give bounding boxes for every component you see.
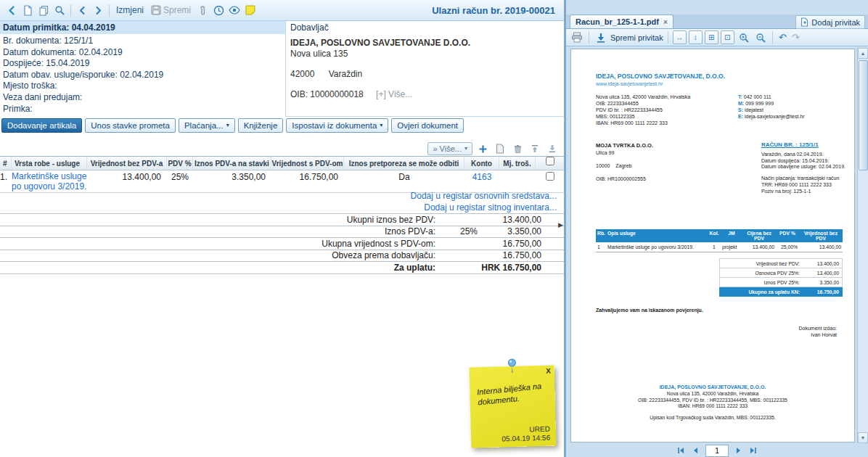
move-bottom-icon[interactable] (545, 141, 560, 156)
add-to-fixed-assets-link[interactable]: Dodaj u registar osnovnih sredstava... (411, 190, 557, 202)
search-icon[interactable] (52, 3, 67, 17)
delete-item-icon[interactable] (510, 141, 525, 156)
scrollbar-down-icon[interactable]: ▼ (858, 432, 868, 443)
pdf-contact-value: 099 999 999 (745, 101, 774, 106)
pdf-total-label: Iznos PDV 25%: (720, 280, 804, 285)
pdf-toolbar: Spremi privitak ↔ ↕ ⊞ ⊡ ↶ ↷ (566, 29, 868, 46)
next-page-icon[interactable] (734, 446, 743, 455)
back-icon[interactable] (4, 3, 19, 17)
save-attachment-label[interactable]: Spremi privitak (610, 33, 663, 42)
item-value-no-vat: 13.400,00 (87, 170, 167, 182)
pdf-th: Kol. (708, 229, 721, 242)
item-name-link[interactable]: Marketinške usluge po ugovoru 3/2019. (12, 170, 87, 192)
spremi-button[interactable]: Spremi (148, 5, 194, 15)
pdf-buyer-oib: OIB: HR10000002555 (596, 176, 653, 183)
add-item-icon[interactable] (475, 141, 490, 156)
pdf-total-row-highlight: Ukupno za uplatu KN: 16.750,00 (719, 287, 843, 297)
total-row: Obveza prema dobavljaču: 16.750,00 (0, 250, 564, 262)
rotate-left-icon[interactable]: ↶ (777, 32, 788, 43)
total-label: Za uplatu: (0, 263, 435, 273)
ispostavi-button[interactable]: Ispostavi iz dokumenta ▾ (286, 118, 388, 133)
field-br-dokumenta: Br. dokumenta: 125/1/1 (3, 36, 163, 47)
supplier-city: Varaždin (329, 69, 362, 79)
pdf-scrollbar[interactable]: ▲ ▼ (857, 48, 868, 443)
izmjeni-button[interactable]: Izmjeni (113, 5, 147, 15)
pdf-footer-company: IDEJA, POSLOVNO SAVJETOVANJE, D.O.O. (571, 384, 854, 391)
scrollbar-thumb[interactable] (859, 60, 868, 170)
attachment-tab[interactable]: Racun_br_125-1-1.pdf × (570, 15, 673, 28)
pdf-website-link[interactable]: www.ideja-savjetovanjetest.hr (596, 81, 663, 86)
copy-document-icon[interactable] (36, 3, 51, 17)
print-icon[interactable] (570, 30, 584, 45)
scrollbar-up-icon[interactable]: ▲ (858, 48, 868, 59)
first-page-icon[interactable] (676, 446, 685, 455)
attachment-icon[interactable] (195, 3, 210, 17)
pdf-invoice-number: RAČUN BR. : 125/1/1 (761, 142, 846, 149)
total-label: Obveza prema dobavljaču: (0, 250, 435, 260)
move-top-icon[interactable] (528, 141, 542, 156)
select-all-checkbox[interactable] (546, 157, 554, 165)
pdf-td: 1 (596, 242, 606, 252)
last-page-icon[interactable] (749, 446, 758, 455)
row-checkbox[interactable] (546, 172, 554, 181)
pdf-table-header: Rb. Opis usluge Kol. JM Cijena bez PDV P… (596, 229, 843, 242)
total-value: 16.750,00 (478, 250, 564, 260)
edit-item-icon[interactable] (493, 141, 507, 156)
note-icon[interactable] (243, 3, 258, 17)
history-icon[interactable] (211, 3, 226, 17)
item-konto-link[interactable]: 4163 (464, 170, 499, 182)
zoom-out-icon[interactable] (753, 30, 768, 45)
fit-page-icon[interactable]: ⊞ (705, 30, 718, 44)
pdf-td: 13.400,00 (742, 242, 776, 252)
pdf-total-label: Vrijednost bez PDV: (720, 261, 804, 266)
pdf-total-row: Osnovica PDV 25%: 13.400,00 (719, 268, 843, 278)
pdf-th: JM (721, 229, 742, 242)
save-attachment-icon[interactable] (594, 30, 608, 45)
new-document-icon[interactable] (20, 3, 35, 17)
ovjeri-dokument-button[interactable]: Ovjeri dokument (391, 118, 464, 133)
header-checkbox-cell (536, 157, 564, 170)
prev-record-icon[interactable] (75, 3, 89, 17)
placanja-button[interactable]: Plaćanja... ▾ (179, 118, 235, 133)
unos-stavke-button[interactable]: Unos stavke prometa (85, 118, 176, 133)
tab-close-icon[interactable]: × (663, 18, 668, 26)
next-record-icon[interactable] (91, 3, 105, 17)
fit-height-icon[interactable]: ↕ (689, 30, 703, 44)
fit-width-icon[interactable]: ↔ (673, 30, 687, 44)
sticky-note[interactable]: X Interna bilješka na dokumentu. URED 05… (470, 365, 557, 448)
caret-down-icon: ▾ (464, 146, 467, 152)
page-number-input[interactable] (705, 445, 729, 457)
zoom-in-icon[interactable] (737, 30, 751, 45)
note-text: Interna bilješka na dokumentu. (476, 381, 544, 408)
supplier-more-link[interactable]: [+] Više... (376, 89, 412, 99)
total-value: 3.350,00 (478, 226, 564, 236)
header-vrsta: Vrsta robe - usluge (12, 157, 87, 170)
pdf-issued-by: Ivan Horvat (798, 332, 837, 338)
prev-page-icon[interactable] (691, 446, 700, 455)
pdf-td: Marketinške usluge po ugovoru 3/2019. (606, 242, 708, 252)
add-attachment-button[interactable]: Dodaj privitak (795, 15, 865, 29)
pdf-buyer-city: 10000 Zagreb (596, 162, 653, 170)
total-row-za-uplatu: Za uplatu: HRK 16.750,00 (0, 261, 564, 274)
knjizenje-button[interactable]: Knjiženje (238, 118, 284, 133)
table-scroll-right-icon[interactable]: ▶ (558, 221, 563, 228)
document-fields: Br. dokumenta: 125/1/1 Datum dokumenta: … (3, 36, 163, 115)
pdf-payment-line: TRR: HR69 000 1111 2222 333 (761, 182, 846, 189)
supplier-street: Nova ulica 135 (290, 49, 560, 59)
note-close-icon[interactable]: X (546, 367, 551, 375)
items-table: # Vrsta robe - usluge Vrijednost bez PDV… (0, 156, 564, 193)
pdf-footer: IDEJA, POSLOVNO SAVJETOVANJE, D.O.O. Nov… (571, 384, 854, 421)
more-button[interactable]: » Više... ▾ (427, 142, 472, 155)
pdf-contact-key: S: (738, 107, 743, 112)
pdf-invoice-meta-line: Varaždin, dana 02.04.2019. (761, 152, 846, 158)
item-vat-pct: 25% (167, 170, 193, 182)
preview-icon[interactable] (227, 3, 242, 17)
add-to-small-inventory-link[interactable]: Dodaj u registar sitnog inventara... (411, 202, 557, 213)
dodavanje-artikala-button[interactable]: Dodavanje artikala (1, 118, 82, 133)
field-dospijece: Dospijeće: 15.04.2019 (3, 58, 163, 70)
field-datum-usluge: Datum obav. usluge/isporuke: 02.04.2019 (3, 70, 163, 81)
rotate-right-icon[interactable]: ↷ (790, 32, 801, 43)
actual-size-icon[interactable]: ⊡ (721, 30, 734, 44)
pdf-buyer-block: MOJA TVRTKA D.O.O. Ulica 99 10000 Zagreb… (596, 142, 653, 183)
pdf-footer-line: Nova ulica 135, 42000 Varaždin, Hrvatska (571, 391, 854, 398)
